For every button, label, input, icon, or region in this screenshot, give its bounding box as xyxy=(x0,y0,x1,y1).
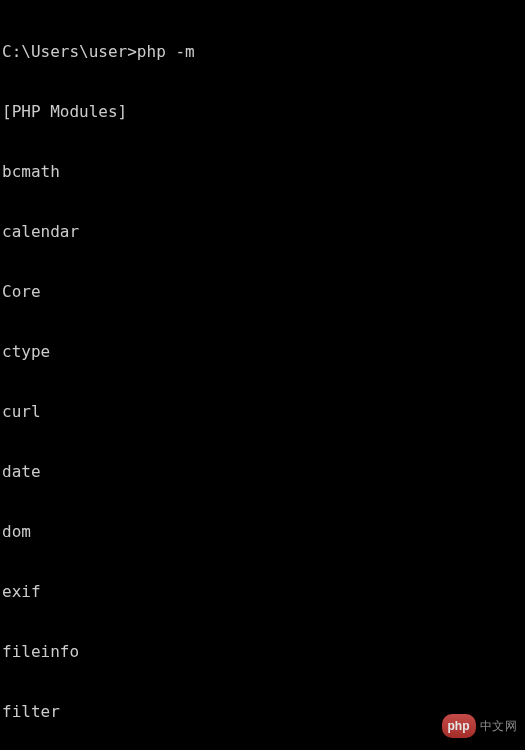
module-line: ctype xyxy=(2,342,525,362)
watermark-badge: php xyxy=(442,714,476,738)
module-line: exif xyxy=(2,582,525,602)
terminal-output[interactable]: C:\Users\user>php -m [PHP Modules] bcmat… xyxy=(2,2,525,750)
section-header-php: [PHP Modules] xyxy=(2,102,525,122)
module-line: calendar xyxy=(2,222,525,242)
watermark: php 中文网 xyxy=(442,714,518,738)
module-line: bcmath xyxy=(2,162,525,182)
module-line: date xyxy=(2,462,525,482)
module-line: fileinfo xyxy=(2,642,525,662)
typed-command: php -m xyxy=(137,42,195,62)
module-line: curl xyxy=(2,402,525,422)
module-line: dom xyxy=(2,522,525,542)
shell-prompt: C:\Users\user> xyxy=(2,42,137,62)
module-line: Core xyxy=(2,282,525,302)
prompt-line: C:\Users\user>php -m xyxy=(2,42,525,62)
watermark-text: 中文网 xyxy=(480,716,518,736)
